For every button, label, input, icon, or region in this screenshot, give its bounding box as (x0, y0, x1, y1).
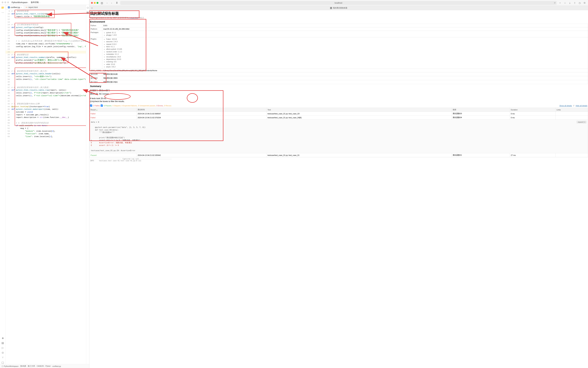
close-dot[interactable] (91, 2, 93, 4)
project-selector[interactable]: PythonWorkspace ⌄ (12, 1, 29, 4)
filter-passed-checkbox[interactable] (101, 104, 103, 107)
python-icon[interactable]: ◈ (1, 336, 4, 340)
code-line[interactable]: 47 report = outcome.get_result() (6, 113, 86, 116)
vcs-menu[interactable]: 版本控制 ⌄ (31, 1, 41, 4)
breadcrumb-item[interactable]: CASE29：Pytest (37, 365, 51, 367)
filter-failed-label[interactable]: 2 Failed, (93, 105, 100, 107)
results-header-cell[interactable]: 测试时间 (137, 108, 267, 112)
more-icon[interactable]: ⋯ (1, 11, 4, 14)
run-icon[interactable]: ▷ (1, 346, 4, 349)
code-line[interactable]: 33 cells.insert(2, "<th>描述</th>") (6, 75, 86, 78)
grid-icon[interactable]: ⠿ (115, 1, 119, 5)
code-line[interactable]: 13 (6, 21, 86, 24)
code-line[interactable]: 15def pytest_configure(config): (6, 26, 86, 29)
code-line[interactable]: 39 cells.insert(2, f"<td>{report.descrip… (6, 92, 86, 94)
code-line[interactable]: 52 msg = { (6, 127, 86, 130)
code-line[interactable]: 17 config.stash[metadata_key]["接口模块"] = … (6, 32, 86, 34)
pytest-html-link[interactable]: pytest-html (129, 17, 138, 19)
structure-icon[interactable]: ▤ (1, 341, 4, 344)
editor-tab[interactable]: Pconftest.py× (6, 5, 24, 9)
clock-icon[interactable]: ◷ (578, 1, 581, 5)
code-line[interactable]: 51 if call.excinfo is not None: (6, 124, 86, 127)
code-line[interactable]: 14# 2、运行测试前修改环境信息 (6, 23, 86, 26)
code-line[interactable]: 49 (6, 119, 86, 122)
code-line[interactable]: 22 config.option.log_file = os.path.join… (6, 45, 86, 48)
code-line[interactable]: 34 cells.insert(1, '<th class="sortable … (6, 78, 86, 81)
code-line[interactable]: 27 prefix.extend(["<p>所属部门: 测试xxx部门</p>"… (6, 59, 86, 62)
code-line[interactable]: 38def pytest_html_results_table_row(repo… (6, 89, 86, 92)
minimize-dot[interactable] (4, 1, 6, 3)
code-line[interactable]: 10def pytest_html_report_title(report): (6, 13, 86, 15)
close-dot[interactable] (2, 1, 3, 3)
sidebar-icon[interactable]: ◫ (100, 1, 104, 5)
code-line[interactable]: 48 report.description = str(item.functio… (6, 116, 86, 119)
notifications-icon[interactable]: ◇ (86, 6, 89, 9)
code-line[interactable]: 28 prefix.extend(["<p>测试人员: 张三xxxxxx</p>… (6, 62, 86, 64)
code-editor[interactable]: 9# 1、修改报告标题10def pytest_html_report_titl… (6, 10, 86, 364)
filter-passed-label[interactable]: 6 Passed, (104, 105, 112, 107)
code-line[interactable]: 50 # 8、获取测试函数中的异常错误信息 (6, 122, 86, 124)
code-line[interactable]: 46 outcome = yield (6, 111, 86, 113)
show-all-link[interactable]: Show all details (559, 105, 572, 107)
breadcrumb-item[interactable]: 第49课：第三方库 (20, 365, 35, 367)
code-line[interactable]: 23 (6, 48, 86, 51)
folder-icon[interactable]: 📁 (1, 6, 4, 9)
url-bar[interactable]: localhost ⟳ (120, 1, 557, 5)
code-line[interactable]: 9# 1、修改报告标题 (6, 10, 86, 13)
minimize-dot[interactable] (94, 2, 96, 4)
problems-icon[interactable]: ⊙ (1, 351, 4, 354)
code-line[interactable]: 32def pytest_html_results_table_header(c… (6, 73, 86, 75)
table-row[interactable]: Failed 2024-04-13 04:21:02.568597 testca… (89, 112, 588, 116)
code-line[interactable]: 21 time_now = datetime.now().strftime('%… (6, 43, 86, 45)
breadcrumb-item[interactable]: PythonWorkspace (4, 365, 18, 367)
results-header-cell[interactable]: Test (266, 108, 452, 112)
browser-tab-title[interactable]: 我的测试报告标题 (333, 7, 347, 9)
results-header-cell[interactable]: 描述 (452, 108, 510, 112)
editor-tab[interactable]: <>report.html (24, 5, 39, 9)
code-line[interactable]: 11 report.title = "我的测试报告标题" (6, 15, 86, 18)
code-line[interactable]: 54 "function": item.name, (6, 132, 86, 135)
code-line[interactable]: 12 (6, 18, 86, 21)
code-line[interactable]: 18 config.stash[metadata_key]["接口地址"] = … (6, 34, 86, 37)
hide-all-link[interactable]: Hide all details (576, 105, 587, 107)
breadcrumb-item[interactable]: conftest.py (52, 365, 61, 367)
table-row[interactable]: Passed 2024-04-13 04:21:02.535942 testca… (89, 153, 588, 157)
expand-button[interactable]: expand [+] (577, 121, 587, 123)
code-line[interactable]: 43# 7、获取测试函数中的doc注释 (6, 102, 86, 105)
code-line[interactable]: 55 "line": item.location[1], (6, 135, 86, 138)
results-header-cell[interactable]: Result ▲ (89, 108, 137, 112)
star-icon[interactable]: ☆ (563, 1, 567, 5)
back-icon[interactable]: ‹ (105, 1, 109, 5)
code-line[interactable]: 31# 5、修改测试结果表格中的列（插入列） (6, 70, 86, 73)
code-line[interactable]: 42 (6, 100, 86, 102)
tabs-icon[interactable]: ⧉ (583, 1, 586, 5)
download-icon[interactable]: ⤓ (568, 1, 572, 5)
code-line[interactable]: 24 (6, 51, 86, 54)
code-line[interactable]: 26def pytest_html_results_summary(prefix… (6, 56, 86, 59)
code-line[interactable]: 19 (6, 37, 86, 40)
code-line[interactable]: 45def pytest_runtest_makereport(item, ca… (6, 108, 86, 111)
reload-icon[interactable]: ⟳ (554, 2, 556, 4)
zoom-dot[interactable] (7, 1, 9, 3)
code-line[interactable]: 16 config.stash[metadata_key]["项目名称"] = … (6, 29, 86, 32)
forward-icon[interactable]: › (110, 1, 113, 5)
close-icon[interactable]: × (21, 6, 22, 8)
filter-failed-checkbox[interactable] (90, 104, 92, 107)
results-header-cell[interactable]: Duration (510, 108, 555, 112)
report-content[interactable]: 我的测试报告标题 Report generated on 13-Apr-2024… (89, 10, 588, 368)
settings-icon[interactable]: ▢ (1, 361, 4, 364)
code-line[interactable]: 40 cells.insert(1, f'<td class="col-time… (6, 94, 86, 97)
database-icon[interactable]: ▦ (86, 11, 89, 14)
add-icon[interactable]: ＋ (558, 1, 562, 5)
code-line[interactable]: 35 (6, 81, 86, 83)
code-line[interactable]: 20 # 3、动态生成log文件的名称，哪怕配置文件中配置了log_file选项… (6, 40, 86, 43)
code-line[interactable]: 29 (6, 64, 86, 67)
code-line[interactable]: 41 (6, 97, 86, 100)
git-icon[interactable]: ⑂ (1, 356, 4, 359)
reader-icon[interactable]: ◎ (91, 7, 93, 9)
code-line[interactable]: 25# 4、修改摘要信息 (6, 54, 86, 56)
zoom-dot[interactable] (97, 2, 98, 4)
code-line[interactable]: 30 (6, 67, 86, 70)
code-line[interactable]: 37# 6、修改测试结果表格中的列（插入数据） (6, 86, 86, 89)
share-icon[interactable]: ⇧ (573, 1, 577, 5)
